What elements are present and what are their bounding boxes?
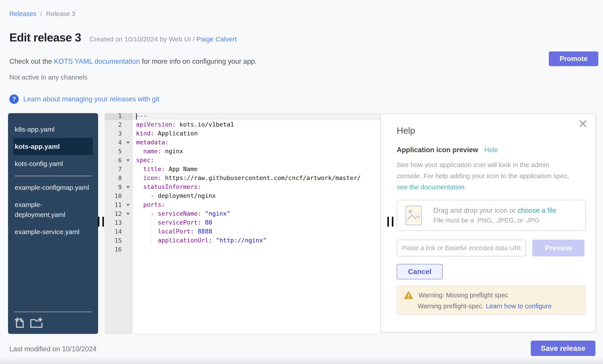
breadcrumb-separator: / <box>40 10 42 17</box>
save-release-button[interactable]: Save release <box>531 341 595 356</box>
code-text: statusInformers: <box>133 182 381 191</box>
code-line[interactable]: 2apiVersion: kots.io/v1beta1 <box>105 120 381 129</box>
icon-url-input[interactable] <box>397 240 526 256</box>
code-text: name: nginx <box>133 147 381 156</box>
fold-arrow-icon[interactable] <box>126 159 130 162</box>
code-lines: 1---2apiVersion: kots.io/v1beta13kind: A… <box>105 113 381 254</box>
code-line[interactable]: 14 localPort: 8888 <box>105 227 381 236</box>
line-number: 12 <box>105 209 133 218</box>
fold-arrow-icon[interactable] <box>126 213 130 215</box>
git-help-row: ? Learn about managing your releases wit… <box>9 94 159 104</box>
icon-preview-section: Application icon preview Hide <box>397 146 585 154</box>
edit-release-page: Releases / Release 3 Edit release 3 Crea… <box>0 0 603 364</box>
code-line[interactable]: 11 ports: <box>105 200 381 209</box>
dropzone-text: Drag and drop your icon or choose a file… <box>433 207 556 224</box>
line-number: 7 <box>105 165 133 174</box>
warning-detail-text: Warning preflight-spec. <box>418 302 486 310</box>
choose-file-link[interactable]: choose a file <box>517 207 556 214</box>
warning-triangle-icon <box>404 291 413 299</box>
code-line[interactable]: 5 name: nginx <box>105 147 381 156</box>
created-author-link[interactable]: Paige Calvert <box>197 35 237 43</box>
code-text: title: App Name <box>133 165 381 174</box>
help-description-line1: See how your application icon will look … <box>397 161 549 168</box>
code-line[interactable]: 9 statusInformers: <box>105 182 381 191</box>
git-releases-link[interactable]: Learn about managing your releases with … <box>23 95 159 103</box>
line-number: 1 <box>105 113 133 120</box>
breadcrumb-current: Release 3 <box>46 10 75 17</box>
help-description-period: . <box>464 183 466 191</box>
icon-url-row: Preview <box>397 240 585 256</box>
file-tree-item[interactable]: example-configmap.yaml <box>13 179 93 196</box>
sidebar-resize-handle[interactable] <box>98 217 104 227</box>
line-number: 4 <box>105 138 133 147</box>
see-documentation-link[interactable]: see the documentation <box>397 183 464 191</box>
question-mark-icon: ? <box>9 94 19 104</box>
code-line[interactable]: 15 applicationUrl: "http://nginx" <box>105 236 381 245</box>
docs-hint-prefix: Check out the <box>9 57 54 65</box>
dropzone-line1: Drag and drop your icon or <box>433 207 517 214</box>
code-text: spec: <box>133 156 381 165</box>
code-line[interactable]: 16 <box>105 245 381 254</box>
docs-hint: Check out the KOTS YAML documentation fo… <box>9 57 257 66</box>
file-tree-list: k8s-app.yamlkots-app.yamlkots-config.yam… <box>8 113 98 240</box>
file-tree-item[interactable]: kots-app.yaml <box>13 138 93 155</box>
page-title: Edit release 3 <box>9 31 81 44</box>
channel-status: Not active in any channels <box>9 74 87 81</box>
breadcrumb-link-releases[interactable]: Releases <box>9 10 36 17</box>
created-text: Created on 10/10/2024 by Web UI / <box>89 35 195 43</box>
line-number: 14 <box>105 227 133 236</box>
code-text: applicationUrl: "http://nginx" <box>133 236 381 245</box>
fold-arrow-icon[interactable] <box>126 186 130 188</box>
code-text: ports: <box>133 200 381 209</box>
file-tree-item[interactable]: k8s-app.yaml <box>13 121 93 138</box>
line-number: 8 <box>105 174 133 182</box>
file-tree-footer <box>15 312 92 334</box>
code-line[interactable]: 13 servicePort: 80 <box>105 218 381 227</box>
code-text: localPort: 8888 <box>133 227 381 236</box>
code-line[interactable]: 6spec: <box>105 156 381 165</box>
file-tree-item[interactable]: example-service.yaml <box>13 223 93 240</box>
image-placeholder-icon <box>405 205 422 226</box>
warning-detail: Warning preflight-spec. Learn how to con… <box>418 302 579 310</box>
panel-resize-handle[interactable] <box>387 217 393 227</box>
code-line[interactable]: 8 icon: https://raw.githubusercontent.co… <box>105 174 381 182</box>
code-line[interactable]: 12 - serviceName: "nginx" <box>105 209 381 218</box>
new-file-icon[interactable] <box>15 317 24 328</box>
code-line[interactable]: 7 title: App Name <box>105 165 381 174</box>
fold-arrow-icon[interactable] <box>126 142 130 144</box>
file-tree-divider <box>15 176 92 176</box>
line-number: 15 <box>105 236 133 245</box>
close-icon[interactable] <box>579 119 589 129</box>
preview-button[interactable]: Preview <box>532 240 584 256</box>
help-title: Help <box>397 126 585 136</box>
help-description-line2: console. For help adding your icon to th… <box>397 172 569 179</box>
title-row: Edit release 3 Created on 10/10/2024 by … <box>9 31 237 44</box>
docs-hint-suffix: for more info on configuring your app. <box>140 57 257 65</box>
fold-arrow-icon[interactable] <box>126 204 130 206</box>
code-line[interactable]: 10 - deployment/nginx <box>105 191 381 200</box>
code-line[interactable]: 4metadata: <box>105 138 381 147</box>
hide-link[interactable]: Hide <box>484 146 498 154</box>
learn-configure-link[interactable]: Learn how to configure <box>486 302 552 310</box>
code-text: icon: https://raw.githubusercontent.com/… <box>133 174 381 182</box>
line-number: 3 <box>105 129 133 138</box>
promote-button[interactable]: Promote <box>549 52 598 66</box>
line-number: 6 <box>105 156 133 165</box>
new-folder-icon[interactable] <box>30 317 43 328</box>
code-editor[interactable]: 1---2apiVersion: kots.io/v1beta13kind: A… <box>105 113 381 334</box>
cancel-button[interactable]: Cancel <box>397 264 443 279</box>
file-tree-item[interactable]: kots-config.yaml <box>13 155 93 172</box>
code-text: - deployment/nginx <box>133 191 381 200</box>
code-line[interactable]: 1--- <box>105 113 381 120</box>
code-line[interactable]: 3kind: Application <box>105 129 381 138</box>
indent-guide <box>151 218 151 245</box>
code-text: apiVersion: kots.io/v1beta1 <box>133 120 381 129</box>
file-tree: k8s-app.yamlkots-app.yamlkots-config.yam… <box>8 113 98 334</box>
dropzone-line2: File must be a .PNG, .JPEG, or .JPG <box>433 217 556 224</box>
code-text: --- <box>133 113 381 120</box>
kots-yaml-docs-link[interactable]: KOTS YAML documentation <box>54 57 140 65</box>
icon-dropzone[interactable]: Drag and drop your icon or choose a file… <box>397 200 586 231</box>
file-tree-item[interactable]: example-deployment.yaml <box>13 196 93 223</box>
breadcrumb: Releases / Release 3 <box>9 10 75 18</box>
created-meta: Created on 10/10/2024 by Web UI / Paige … <box>89 35 237 43</box>
